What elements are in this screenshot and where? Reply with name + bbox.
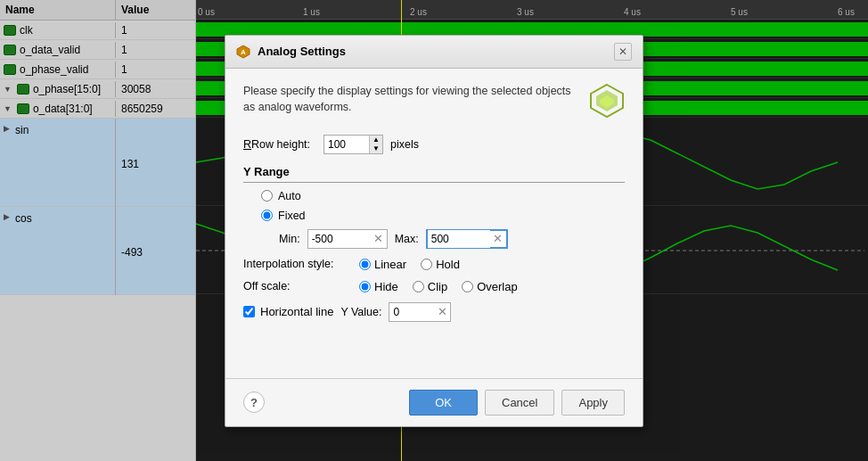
y-value-input[interactable] [389, 303, 434, 321]
dialog-title-text: Analog Settings [258, 45, 346, 58]
horizontal-line-row: Horizontal line Y Value: ✕ [243, 302, 625, 322]
dialog-description-text: Please specify the display settings for … [243, 83, 578, 117]
help-button[interactable]: ? [243, 391, 265, 413]
auto-radio-row[interactable]: Auto [261, 190, 625, 202]
max-input[interactable] [428, 230, 490, 248]
off-scale-label: Off scale: [243, 280, 359, 292]
row-height-label: RRow height: [243, 138, 323, 151]
linear-radio-item[interactable]: Linear [359, 258, 406, 271]
min-clear-button[interactable]: ✕ [371, 231, 387, 247]
min-label: Min: [279, 233, 300, 245]
fixed-radio-row[interactable]: Fixed [261, 210, 625, 222]
clip-radio[interactable] [413, 281, 424, 292]
y-value-clear-button[interactable]: ✕ [434, 304, 450, 320]
analog-settings-dialog: A Analog Settings ✕ Please specify the d… [225, 35, 643, 427]
spinbox-up-button[interactable]: ▲ [370, 136, 382, 144]
row-height-row: RRow height: ▲ ▼ pixels [243, 135, 625, 154]
dialog-title-icon: A [236, 45, 250, 59]
brand-logo-icon [589, 83, 625, 119]
min-input-wrapper[interactable]: ✕ [307, 229, 388, 249]
hide-radio-item[interactable]: Hide [359, 280, 398, 293]
hide-radio[interactable] [359, 281, 371, 292]
overlap-radio[interactable] [462, 281, 473, 292]
off-scale-radio-group: Hide Clip Overlap [359, 280, 518, 293]
max-input-wrapper[interactable]: ✕ [426, 229, 508, 249]
min-input[interactable] [308, 230, 371, 248]
row-height-spinbox[interactable]: ▲ ▼ [323, 135, 383, 154]
max-clear-button[interactable]: ✕ [490, 231, 506, 247]
apply-button[interactable]: Apply [561, 390, 625, 416]
min-max-fields: Min: ✕ Max: ✕ [279, 229, 625, 249]
auto-radio[interactable] [261, 190, 273, 202]
auto-radio-label[interactable]: Auto [278, 190, 301, 202]
row-height-input[interactable] [324, 136, 369, 153]
hide-radio-label[interactable]: Hide [374, 280, 398, 293]
interpolation-label: Interpolation style: [243, 258, 359, 270]
overlap-radio-label[interactable]: Overlap [477, 280, 518, 293]
clip-radio-label[interactable]: Clip [428, 280, 447, 293]
horizontal-line-label[interactable]: Horizontal line [260, 305, 333, 318]
fixed-radio[interactable] [261, 210, 273, 221]
hold-radio-label[interactable]: Hold [436, 258, 460, 271]
cancel-button[interactable]: Cancel [485, 390, 554, 416]
dialog-close-button[interactable]: ✕ [614, 43, 632, 61]
ok-button[interactable]: OK [409, 390, 478, 416]
row-height-underline: R [243, 138, 251, 151]
horizontal-line-checkbox[interactable] [243, 306, 255, 317]
max-label: Max: [395, 233, 419, 245]
dialog-footer: ? OK Cancel Apply [225, 378, 643, 426]
footer-buttons: OK Cancel Apply [409, 390, 625, 416]
fixed-radio-label[interactable]: Fixed [278, 210, 306, 222]
pixels-label: pixels [390, 138, 419, 151]
dialog-overlay: A Analog Settings ✕ Please specify the d… [0, 0, 868, 461]
spinbox-down-button[interactable]: ▼ [370, 144, 382, 153]
linear-radio-label[interactable]: Linear [374, 258, 406, 271]
off-scale-row: Off scale: Hide Clip Overlap [243, 280, 625, 293]
y-range-section-header: Y Range [243, 165, 625, 183]
hold-radio-item[interactable]: Hold [421, 258, 460, 271]
linear-radio[interactable] [359, 259, 371, 270]
clip-radio-item[interactable]: Clip [413, 280, 447, 293]
dialog-titlebar: A Analog Settings ✕ [225, 36, 643, 69]
y-value-input-wrapper[interactable]: ✕ [389, 302, 451, 322]
dialog-title-left: A Analog Settings [236, 45, 346, 59]
overlap-radio-item[interactable]: Overlap [462, 280, 518, 293]
y-value-label: Y Value: [340, 306, 381, 318]
dialog-body: Please specify the display settings for … [225, 69, 643, 378]
svg-text:A: A [241, 48, 246, 56]
interpolation-row: Interpolation style: Linear Hold [243, 258, 625, 271]
hold-radio[interactable] [421, 259, 432, 270]
interpolation-radio-group: Linear Hold [359, 258, 460, 271]
spinbox-arrows: ▲ ▼ [369, 136, 382, 153]
horizontal-line-checkbox-item[interactable]: Horizontal line [243, 305, 333, 318]
dialog-description: Please specify the display settings for … [243, 83, 625, 119]
